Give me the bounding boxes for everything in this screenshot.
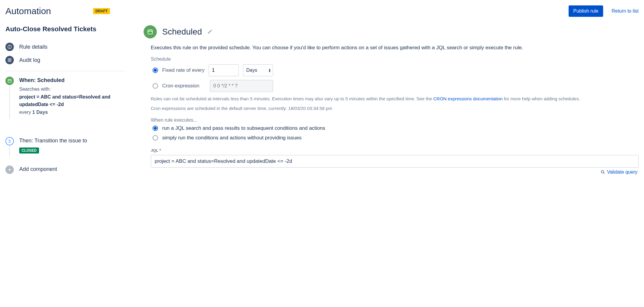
fixed-rate-input[interactable]	[209, 64, 239, 76]
jql-field-label: JQL *	[151, 148, 639, 153]
plus-icon	[5, 166, 14, 174]
execute-option-simple[interactable]: simply run the conditions and actions wi…	[151, 135, 639, 141]
info-icon	[5, 43, 14, 51]
add-component-button[interactable]: Add component	[5, 166, 126, 177]
sidebar-item-audit-log[interactable]: Audit log	[5, 53, 126, 67]
trigger-every: every 1 Days	[19, 108, 126, 116]
status-badge: CLOSED	[19, 147, 39, 154]
fixed-rate-unit-select[interactable]: Days	[243, 64, 273, 76]
schedule-help-text: Rules can not be scheduled at intervals …	[151, 96, 639, 102]
schedule-option-fixed-rate[interactable]: Fixed rate of every Days ▴▾	[151, 64, 639, 76]
radio-simple-run[interactable]	[153, 135, 158, 141]
sidebar: Auto-Close Resolved Tickets Rule details…	[5, 25, 126, 177]
divider	[5, 71, 126, 71]
svg-rect-7	[8, 79, 11, 82]
trigger-searches-with: Searches with:	[19, 85, 126, 93]
sidebar-item-label: Audit log	[19, 57, 40, 63]
return-to-list-link[interactable]: Return to list	[612, 8, 639, 14]
trigger-jql: project = ABC and status=Resolved and up…	[19, 93, 126, 108]
add-component-label: Add component	[19, 166, 126, 172]
rule-step-trigger[interactable]: When: Scheduled Searches with: project =…	[5, 77, 126, 119]
header: Automation DRAFT Publish rule Return to …	[5, 5, 639, 17]
cron-timezone-note: Cron expressions are scheduled in the de…	[151, 105, 639, 112]
execute-opt1-label: run a JQL search and pass results to sub…	[162, 125, 325, 131]
execute-opt2-label: simply run the conditions and actions wi…	[162, 135, 302, 141]
svg-point-2	[10, 46, 10, 46]
rule-name: Auto-Close Resolved Tickets	[5, 25, 126, 33]
trigger-title: When: Scheduled	[19, 77, 126, 84]
sidebar-item-rule-details[interactable]: Rule details	[5, 40, 126, 53]
execute-option-jql[interactable]: run a JQL search and pass results to sub…	[151, 125, 639, 131]
header-right: Publish rule Return to list	[569, 5, 639, 17]
schedule-option-cron[interactable]: Cron expression	[151, 80, 639, 92]
main-panel: Scheduled Executes this rule on the prov…	[144, 25, 639, 175]
publish-rule-button[interactable]: Publish rule	[569, 5, 603, 17]
radio-fixed-rate[interactable]	[153, 68, 158, 73]
fixed-rate-label: Fixed rate of every	[162, 67, 205, 73]
radio-cron[interactable]	[153, 83, 158, 89]
calendar-icon	[5, 77, 14, 85]
main-header: Scheduled	[144, 25, 639, 38]
validate-query-link[interactable]: Validate query	[600, 169, 637, 175]
when-executes-label: When rule executes...	[151, 117, 639, 123]
rule-step-action[interactable]: Then: Transition the issue to CLOSED	[5, 137, 126, 157]
page-title: Automation	[5, 6, 51, 16]
action-title: Then: Transition the issue to	[19, 138, 126, 144]
search-icon	[600, 170, 605, 175]
svg-line-19	[603, 172, 605, 174]
cron-label: Cron expression	[162, 83, 206, 89]
calendar-icon	[144, 25, 157, 38]
radio-run-jql[interactable]	[153, 126, 158, 131]
cron-input	[210, 80, 273, 92]
schedule-label: Schedule	[151, 56, 639, 62]
main-title: Scheduled	[162, 27, 202, 37]
header-left: Automation DRAFT	[5, 6, 110, 16]
edit-icon[interactable]	[207, 29, 213, 35]
transition-icon	[5, 137, 14, 145]
list-icon	[5, 56, 14, 64]
draft-badge: DRAFT	[93, 8, 110, 14]
jql-input[interactable]: project = ABC and status=Resolved and up…	[151, 155, 639, 168]
description: Executes this rule on the provided sched…	[151, 44, 639, 52]
cron-doc-link[interactable]: CRON expressions documentation	[433, 96, 503, 101]
svg-point-18	[601, 170, 604, 173]
sidebar-item-label: Rule details	[19, 44, 47, 50]
svg-rect-14	[148, 30, 153, 34]
